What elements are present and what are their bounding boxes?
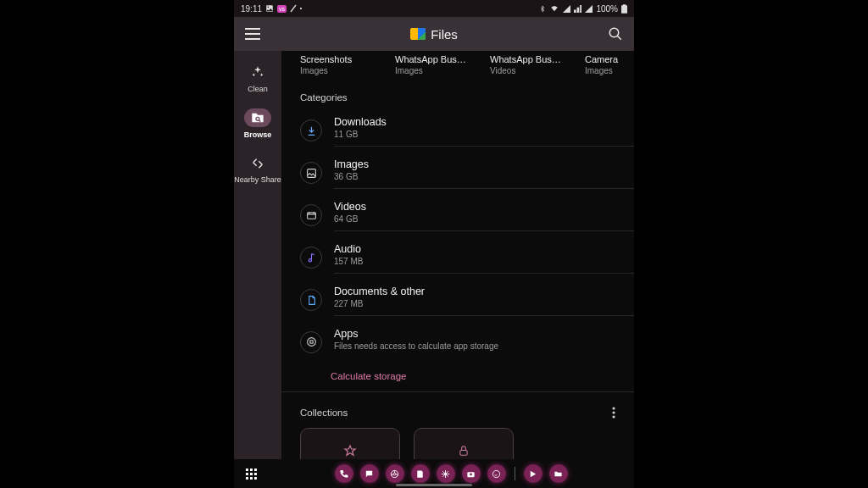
svg-point-17: [612, 407, 615, 409]
play-icon: [528, 469, 537, 479]
status-battery: 100%: [596, 4, 618, 14]
image-icon: [265, 4, 274, 13]
dock-app-camera[interactable]: [462, 464, 481, 483]
hamburger-icon: [245, 28, 260, 40]
recent-item[interactable]: Camera Images: [585, 54, 634, 75]
calculate-storage-link[interactable]: Calculate storage: [331, 371, 407, 381]
dock-separator: [515, 467, 515, 480]
dock-app-phone[interactable]: [335, 464, 353, 483]
signal-icon: [563, 5, 570, 13]
category-videos[interactable]: Videos64 GB: [281, 194, 634, 236]
files-logo-icon: [410, 28, 426, 40]
dot-icon: [300, 8, 302, 9]
svg-point-8: [609, 28, 619, 37]
svg-point-14: [309, 258, 311, 261]
camera-icon: [466, 469, 476, 479]
recent-item[interactable]: WhatsApp Busines… Videos: [490, 54, 561, 75]
svg-point-24: [470, 473, 472, 475]
note-icon: [415, 469, 425, 479]
gesture-pill[interactable]: [396, 484, 472, 486]
image-icon: [306, 168, 317, 179]
slash-icon: [290, 4, 297, 13]
star-icon: [343, 444, 357, 458]
lock-icon: [458, 444, 470, 458]
svg-rect-4: [623, 4, 626, 6]
status-bar: 19:11 vs 100%: [234, 0, 634, 17]
svg-point-1: [268, 7, 270, 8]
category-images[interactable]: Images36 GB: [281, 152, 634, 194]
nav-rail: Clean Browse Nearby Share: [234, 51, 281, 459]
collections-header: Collections: [300, 408, 348, 418]
svg-point-25: [492, 470, 499, 477]
rail-label: Clean: [248, 85, 268, 93]
folder-search-icon: [251, 111, 264, 125]
video-icon: [306, 210, 317, 221]
chrome-icon: [390, 469, 399, 479]
sparkle-icon: [251, 65, 264, 79]
recent-item[interactable]: WhatsApp Busines… Images: [395, 54, 466, 75]
svg-line-9: [617, 36, 621, 40]
document-icon: [306, 295, 317, 306]
app-title: Files: [431, 27, 458, 42]
download-icon: [306, 125, 317, 136]
signal-icon: [574, 5, 581, 13]
dock-app-whatsapp[interactable]: [487, 464, 506, 483]
rail-label: Browse: [244, 130, 272, 139]
search-button[interactable]: [605, 24, 626, 44]
battery-icon: [621, 4, 627, 14]
collections-more-button[interactable]: [605, 404, 622, 421]
svg-rect-7: [245, 38, 260, 40]
bluetooth-icon: [539, 4, 546, 14]
app-drawer-button[interactable]: [234, 469, 268, 480]
wifi-icon: [549, 4, 559, 13]
dock-app-files[interactable]: [549, 464, 568, 483]
recent-row[interactable]: Screenshots Images WhatsApp Busines… Ima…: [281, 51, 634, 84]
svg-point-15: [307, 338, 315, 347]
audio-icon: [306, 252, 317, 263]
snowflake-icon: [441, 469, 450, 479]
dock-app-chrome[interactable]: [386, 464, 404, 483]
app-bar: Files: [234, 17, 634, 51]
collection-favorites[interactable]: [300, 428, 400, 459]
more-vert-icon: [612, 407, 615, 419]
chat-icon: [364, 469, 374, 479]
category-apps[interactable]: AppsFiles needs access to calculate app …: [281, 321, 634, 363]
collection-safe-folder[interactable]: [414, 428, 514, 459]
category-audio[interactable]: Audio157 MB: [281, 236, 634, 279]
phone-icon: [339, 469, 348, 479]
rail-label: Nearby Share: [234, 176, 281, 185]
svg-rect-12: [307, 169, 315, 177]
nearby-share-icon: [251, 157, 264, 170]
folder-icon: [554, 469, 563, 479]
whatsapp-icon: [492, 469, 501, 479]
recent-item[interactable]: Screenshots Images: [300, 54, 371, 75]
grid-icon: [246, 469, 257, 480]
dock-app-notes[interactable]: [411, 464, 430, 483]
rail-item-browse[interactable]: Browse: [244, 108, 272, 139]
dock-app-messages[interactable]: [360, 464, 379, 483]
categories-header: Categories: [281, 84, 634, 109]
rail-item-clean[interactable]: Clean: [244, 63, 271, 93]
svg-rect-5: [245, 28, 260, 30]
signal-icon: [585, 5, 593, 13]
dock-app-play[interactable]: [524, 464, 542, 483]
status-time: 19:11: [241, 4, 262, 14]
svg-rect-16: [309, 341, 312, 343]
svg-rect-3: [621, 5, 627, 14]
dock-app-snow[interactable]: [437, 464, 455, 483]
navigation-dock: [234, 459, 634, 488]
category-documents[interactable]: Documents & other227 MB: [281, 279, 634, 321]
svg-point-19: [612, 415, 615, 418]
svg-point-22: [393, 473, 396, 475]
svg-point-18: [612, 411, 615, 413]
svg-rect-20: [460, 450, 467, 455]
device-frame: 19:11 vs 100% Files: [234, 0, 634, 488]
svg-rect-6: [245, 33, 260, 35]
main-content: Screenshots Images WhatsApp Busines… Ima…: [281, 51, 634, 459]
category-downloads[interactable]: Downloads11 GB: [281, 109, 634, 152]
search-icon: [608, 26, 623, 42]
svg-rect-13: [307, 212, 315, 219]
rail-item-nearby-share[interactable]: Nearby Share: [234, 154, 281, 185]
menu-button[interactable]: [242, 24, 263, 44]
apps-icon: [306, 336, 317, 347]
